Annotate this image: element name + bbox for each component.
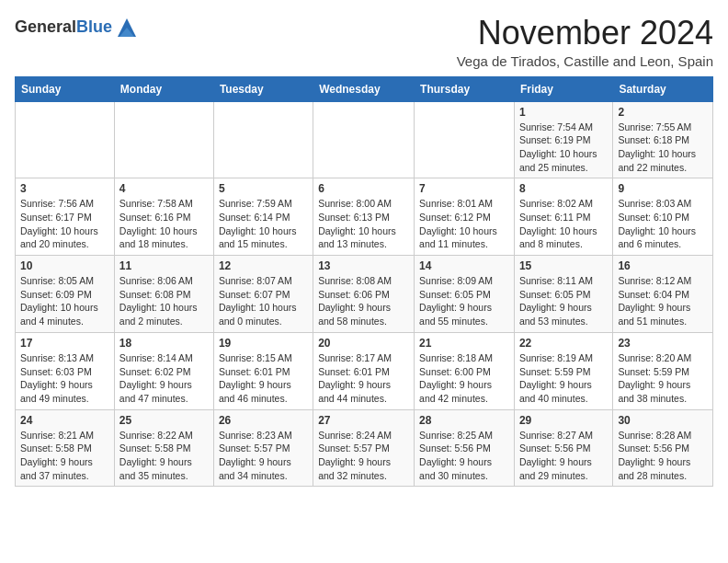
day-of-week-header: Tuesday [213, 76, 313, 101]
calendar-day-cell: 29Sunrise: 8:27 AM Sunset: 5:56 PM Dayli… [514, 409, 612, 487]
day-of-week-header: Sunday [16, 76, 115, 101]
calendar-week-row: 1Sunrise: 7:54 AM Sunset: 6:19 PM Daylig… [16, 101, 713, 178]
day-info: Sunrise: 8:11 AM Sunset: 6:05 PM Dayligh… [519, 274, 608, 328]
calendar-day-cell: 13Sunrise: 8:08 AM Sunset: 6:06 PM Dayli… [313, 256, 415, 333]
day-info: Sunrise: 8:01 AM Sunset: 6:12 PM Dayligh… [419, 197, 509, 251]
day-info: Sunrise: 8:21 AM Sunset: 5:58 PM Dayligh… [20, 429, 109, 483]
calendar-day-cell: 18Sunrise: 8:14 AM Sunset: 6:02 PM Dayli… [114, 332, 213, 409]
calendar-day-cell: 30Sunrise: 8:28 AM Sunset: 5:56 PM Dayli… [613, 409, 713, 487]
calendar-day-cell: 25Sunrise: 8:22 AM Sunset: 5:58 PM Dayli… [114, 409, 213, 487]
day-number: 2 [618, 106, 708, 119]
day-info: Sunrise: 8:05 AM Sunset: 6:09 PM Dayligh… [20, 274, 109, 328]
day-info: Sunrise: 8:08 AM Sunset: 6:06 PM Dayligh… [318, 274, 409, 328]
day-info: Sunrise: 7:56 AM Sunset: 6:17 PM Dayligh… [20, 197, 109, 251]
day-info: Sunrise: 8:13 AM Sunset: 6:03 PM Dayligh… [20, 351, 109, 406]
day-info: Sunrise: 8:22 AM Sunset: 5:58 PM Dayligh… [119, 429, 209, 483]
day-info: Sunrise: 8:15 AM Sunset: 6:01 PM Dayligh… [219, 351, 308, 406]
day-number: 7 [419, 182, 509, 195]
day-number: 12 [219, 259, 308, 272]
day-info: Sunrise: 8:19 AM Sunset: 5:59 PM Dayligh… [519, 351, 608, 406]
calendar-day-cell [313, 101, 415, 178]
day-number: 13 [318, 259, 409, 272]
day-number: 27 [318, 414, 409, 427]
day-of-week-header: Wednesday [313, 76, 415, 101]
day-number: 3 [20, 182, 109, 195]
calendar-day-cell: 21Sunrise: 8:18 AM Sunset: 6:00 PM Dayli… [415, 332, 515, 409]
calendar-day-cell: 22Sunrise: 8:19 AM Sunset: 5:59 PM Dayli… [514, 332, 612, 409]
day-info: Sunrise: 8:14 AM Sunset: 6:02 PM Dayligh… [119, 351, 209, 406]
day-info: Sunrise: 8:23 AM Sunset: 5:57 PM Dayligh… [219, 429, 308, 483]
title-block: November 2024 Vega de Tirados, Castille … [457, 15, 713, 69]
day-number: 15 [519, 259, 608, 272]
logo-blue-text: Blue [76, 17, 112, 36]
calendar-week-row: 3Sunrise: 7:56 AM Sunset: 6:17 PM Daylig… [16, 178, 713, 256]
day-number: 11 [119, 259, 209, 272]
calendar-day-cell: 12Sunrise: 8:07 AM Sunset: 6:07 PM Dayli… [213, 256, 313, 333]
day-number: 9 [618, 182, 708, 195]
day-number: 16 [618, 259, 708, 272]
day-info: Sunrise: 8:07 AM Sunset: 6:07 PM Dayligh… [219, 274, 308, 328]
logo-general-text: General [15, 17, 76, 36]
day-info: Sunrise: 8:28 AM Sunset: 5:56 PM Dayligh… [618, 429, 708, 483]
day-number: 18 [119, 337, 209, 350]
calendar-day-cell: 24Sunrise: 8:21 AM Sunset: 5:58 PM Dayli… [16, 409, 115, 487]
day-number: 29 [519, 414, 608, 427]
day-info: Sunrise: 7:58 AM Sunset: 6:16 PM Dayligh… [119, 197, 209, 251]
calendar-day-cell: 20Sunrise: 8:17 AM Sunset: 6:01 PM Dayli… [313, 332, 415, 409]
calendar-day-cell: 5Sunrise: 7:59 AM Sunset: 6:14 PM Daylig… [213, 178, 313, 256]
logo-icon [114, 15, 140, 40]
day-number: 20 [318, 337, 409, 350]
day-number: 5 [219, 182, 308, 195]
day-of-week-header: Thursday [415, 76, 515, 101]
calendar-day-cell: 27Sunrise: 8:24 AM Sunset: 5:57 PM Dayli… [313, 409, 415, 487]
calendar-week-row: 17Sunrise: 8:13 AM Sunset: 6:03 PM Dayli… [16, 332, 713, 409]
day-number: 14 [419, 259, 509, 272]
day-info: Sunrise: 8:06 AM Sunset: 6:08 PM Dayligh… [119, 274, 209, 328]
calendar-day-cell [213, 101, 313, 178]
calendar-week-row: 10Sunrise: 8:05 AM Sunset: 6:09 PM Dayli… [16, 256, 713, 333]
month-title: November 2024 [457, 15, 713, 52]
calendar-day-cell: 10Sunrise: 8:05 AM Sunset: 6:09 PM Dayli… [16, 256, 115, 333]
day-of-week-header: Saturday [613, 76, 713, 101]
calendar-day-cell: 16Sunrise: 8:12 AM Sunset: 6:04 PM Dayli… [613, 256, 713, 333]
calendar-day-cell: 23Sunrise: 8:20 AM Sunset: 5:59 PM Dayli… [613, 332, 713, 409]
calendar-table: SundayMondayTuesdayWednesdayThursdayFrid… [15, 76, 713, 488]
day-info: Sunrise: 8:09 AM Sunset: 6:05 PM Dayligh… [419, 274, 509, 328]
day-info: Sunrise: 8:12 AM Sunset: 6:04 PM Dayligh… [618, 274, 708, 328]
calendar-day-cell [415, 101, 515, 178]
calendar-day-cell: 14Sunrise: 8:09 AM Sunset: 6:05 PM Dayli… [415, 256, 515, 333]
calendar-day-cell: 26Sunrise: 8:23 AM Sunset: 5:57 PM Dayli… [213, 409, 313, 487]
day-number: 28 [419, 414, 509, 427]
day-info: Sunrise: 7:54 AM Sunset: 6:19 PM Dayligh… [519, 121, 608, 175]
day-info: Sunrise: 8:18 AM Sunset: 6:00 PM Dayligh… [419, 351, 509, 406]
day-number: 30 [618, 414, 708, 427]
day-number: 22 [519, 337, 608, 350]
day-info: Sunrise: 8:27 AM Sunset: 5:56 PM Dayligh… [519, 429, 608, 483]
day-of-week-header: Friday [514, 76, 612, 101]
day-info: Sunrise: 7:55 AM Sunset: 6:18 PM Dayligh… [618, 121, 708, 175]
day-of-week-header: Monday [114, 76, 213, 101]
day-number: 19 [219, 337, 308, 350]
day-number: 21 [419, 337, 509, 350]
day-number: 10 [20, 259, 109, 272]
calendar-day-cell: 1Sunrise: 7:54 AM Sunset: 6:19 PM Daylig… [514, 101, 612, 178]
calendar-day-cell: 15Sunrise: 8:11 AM Sunset: 6:05 PM Dayli… [514, 256, 612, 333]
calendar-week-row: 24Sunrise: 8:21 AM Sunset: 5:58 PM Dayli… [16, 409, 713, 487]
calendar-day-cell: 7Sunrise: 8:01 AM Sunset: 6:12 PM Daylig… [415, 178, 515, 256]
day-number: 8 [519, 182, 608, 195]
day-info: Sunrise: 8:17 AM Sunset: 6:01 PM Dayligh… [318, 351, 409, 406]
location: Vega de Tirados, Castille and Leon, Spai… [457, 53, 713, 69]
day-info: Sunrise: 8:00 AM Sunset: 6:13 PM Dayligh… [318, 197, 409, 251]
calendar-day-cell: 17Sunrise: 8:13 AM Sunset: 6:03 PM Dayli… [16, 332, 115, 409]
day-number: 26 [219, 414, 308, 427]
logo: GeneralBlue [15, 15, 140, 40]
day-number: 23 [618, 337, 708, 350]
day-info: Sunrise: 8:24 AM Sunset: 5:57 PM Dayligh… [318, 429, 409, 483]
day-info: Sunrise: 8:02 AM Sunset: 6:11 PM Dayligh… [519, 197, 608, 251]
calendar-day-cell: 11Sunrise: 8:06 AM Sunset: 6:08 PM Dayli… [114, 256, 213, 333]
day-number: 6 [318, 182, 409, 195]
calendar-day-cell: 2Sunrise: 7:55 AM Sunset: 6:18 PM Daylig… [613, 101, 713, 178]
calendar-day-cell: 8Sunrise: 8:02 AM Sunset: 6:11 PM Daylig… [514, 178, 612, 256]
calendar-day-cell [16, 101, 115, 178]
day-info: Sunrise: 8:03 AM Sunset: 6:10 PM Dayligh… [618, 197, 708, 251]
